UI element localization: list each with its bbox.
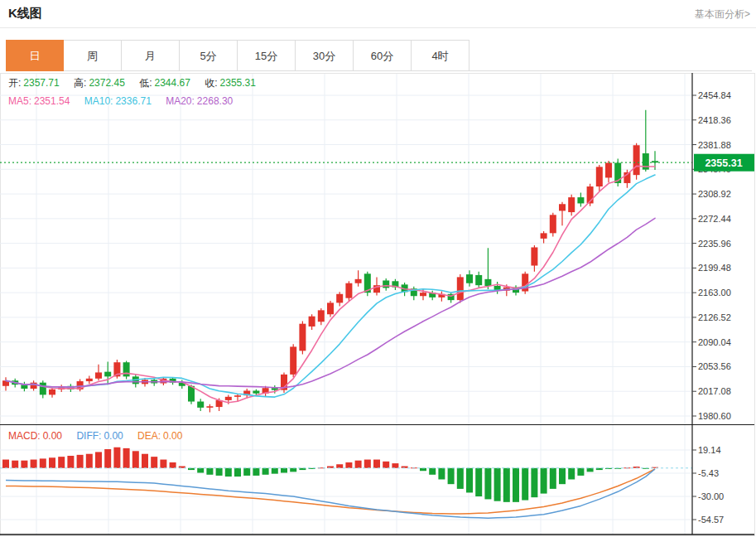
- svg-text:2355.31: 2355.31: [705, 157, 742, 169]
- tab-bar-filler: [469, 40, 752, 71]
- ma-readout: MA5:2351.54 MA10:2336.71 MA20:2268.30: [8, 95, 235, 107]
- svg-text:2163.00: 2163.00: [698, 288, 731, 298]
- period-tab-bar: 日 周 月 5分 15分 30分 60分 4时: [6, 40, 469, 71]
- tab-4hour[interactable]: 4时: [412, 40, 469, 71]
- macd-value: 0.00: [43, 430, 62, 442]
- tab-15min[interactable]: 15分: [238, 40, 296, 71]
- open-label: 开:: [8, 77, 21, 89]
- kline-chart-canvas[interactable]: 2454.842418.362381.882345.402308.922272.…: [0, 73, 756, 537]
- svg-text:-30.00: -30.00: [698, 491, 724, 501]
- tab-monthly[interactable]: 月: [122, 40, 180, 71]
- ma10-value: 2336.71: [115, 95, 151, 107]
- ma5-value: 2351.54: [34, 95, 70, 107]
- diff-label: DIFF:: [76, 430, 101, 442]
- high-value: 2372.45: [89, 77, 124, 89]
- ohlc-readout: 开:2357.71 高:2372.45 低:2344.67 收:2355.31: [8, 76, 258, 90]
- tab-5min[interactable]: 5分: [180, 40, 238, 71]
- macd-label: MACD:: [8, 430, 41, 442]
- svg-text:19.14: 19.14: [698, 445, 721, 455]
- svg-text:2308.92: 2308.92: [698, 189, 731, 199]
- open-value: 2357.71: [23, 77, 59, 89]
- svg-text:2126.52: 2126.52: [698, 312, 731, 322]
- ma5-label: MA5:: [8, 95, 31, 107]
- svg-text:2199.48: 2199.48: [698, 263, 731, 273]
- macd-readout: MACD:0.00 DIFF:0.00 DEA:0.00: [8, 430, 185, 442]
- diff-value: 0.00: [104, 430, 123, 442]
- tab-weekly[interactable]: 周: [64, 40, 122, 71]
- svg-text:2272.44: 2272.44: [698, 214, 731, 224]
- low-label: 低:: [139, 77, 152, 89]
- svg-text:2017.08: 2017.08: [698, 386, 731, 396]
- close-value: 2355.31: [220, 77, 256, 89]
- ma10-label: MA10:: [84, 95, 113, 107]
- kline-page: K线图 基本面分析> 日 周 月 5分 15分 30分 60分 4时 2454.…: [0, 0, 756, 537]
- low-value: 2344.67: [155, 77, 190, 89]
- svg-text:2053.56: 2053.56: [698, 361, 731, 371]
- svg-text:-5.43: -5.43: [698, 468, 719, 478]
- close-label: 收:: [205, 77, 217, 89]
- fundamental-analysis-link[interactable]: 基本面分析>: [695, 7, 750, 22]
- tab-60min[interactable]: 60分: [354, 40, 412, 71]
- chart-area: 2454.842418.362381.882345.402308.922272.…: [0, 73, 756, 537]
- dea-label: DEA:: [137, 430, 161, 442]
- ma20-value: 2268.30: [197, 95, 233, 107]
- svg-text:2090.04: 2090.04: [698, 337, 731, 347]
- header-divider: [0, 27, 756, 28]
- ma20-label: MA20:: [166, 95, 195, 107]
- dea-value: 0.00: [163, 430, 182, 442]
- svg-text:-54.57: -54.57: [698, 515, 724, 525]
- svg-text:2381.88: 2381.88: [698, 140, 731, 150]
- svg-text:1980.60: 1980.60: [698, 411, 731, 421]
- page-title: K线图: [8, 6, 42, 22]
- svg-text:2235.96: 2235.96: [698, 239, 731, 249]
- svg-text:2454.84: 2454.84: [698, 90, 731, 100]
- tab-daily[interactable]: 日: [6, 40, 64, 71]
- svg-text:2418.36: 2418.36: [698, 115, 731, 125]
- high-label: 高:: [74, 77, 86, 89]
- tab-30min[interactable]: 30分: [296, 40, 354, 71]
